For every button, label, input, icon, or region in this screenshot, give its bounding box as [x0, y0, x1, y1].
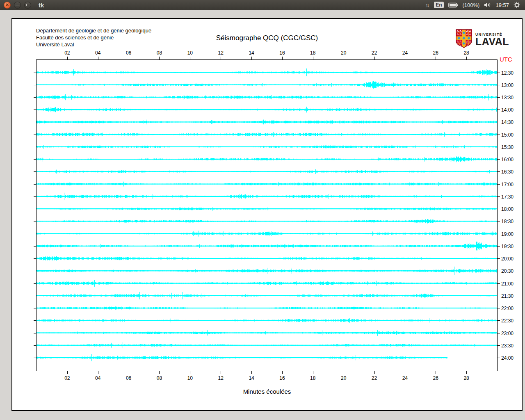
x-axis-title: Minutes écoulées — [12, 388, 522, 395]
x-tick-label-top: 26 — [433, 50, 438, 56]
x-tick-label-bottom: 26 — [433, 375, 438, 381]
network-icon[interactable]: ↑↓ — [425, 2, 429, 8]
y-tick-right — [498, 159, 500, 160]
time-label: 16:30 — [501, 169, 514, 175]
y-tick-right — [498, 333, 500, 333]
x-tick-label-top: 28 — [463, 50, 469, 56]
x-tick-label-bottom: 06 — [126, 375, 131, 381]
x-tick-label-bottom: 22 — [372, 375, 377, 381]
time-label: 17:30 — [501, 194, 514, 200]
battery-icon[interactable] — [448, 2, 458, 8]
laval-logo-laval: LAVAL — [475, 37, 509, 46]
y-tick-left — [34, 85, 36, 85]
y-tick-right — [498, 184, 500, 185]
y-tick-right — [498, 135, 500, 135]
y-tick-right — [498, 345, 500, 346]
x-tick-bottom — [344, 371, 344, 374]
x-tick-top — [374, 57, 375, 59]
x-tick-label-top: 10 — [187, 50, 193, 56]
y-tick-right — [498, 296, 500, 296]
x-tick-top — [159, 57, 160, 59]
y-tick-right — [498, 171, 500, 172]
y-tick-left — [34, 358, 36, 358]
y-tick-right — [498, 358, 500, 358]
x-tick-label-top: 16 — [279, 50, 285, 56]
y-tick-right — [498, 122, 500, 122]
y-tick-left — [34, 110, 36, 110]
y-tick-right — [498, 85, 500, 85]
x-tick-label-top: 14 — [249, 50, 254, 56]
keyboard-layout-indicator[interactable]: En — [434, 2, 443, 8]
y-tick-right — [498, 97, 500, 98]
time-label: 18:00 — [501, 206, 514, 212]
laval-logo: UNIVERSITÉ LAVAL — [455, 29, 509, 50]
y-tick-right — [498, 320, 500, 321]
y-tick-left — [34, 258, 36, 259]
maximize-button[interactable] — [24, 2, 31, 9]
y-tick-right — [498, 308, 500, 308]
x-tick-label-top: 12 — [218, 50, 224, 56]
battery-percentage: (100%) — [463, 2, 480, 8]
x-tick-label-top: 18 — [310, 50, 315, 56]
time-label: 14:30 — [501, 119, 514, 125]
x-tick-label-top: 04 — [95, 50, 100, 56]
volume-icon[interactable] — [484, 2, 491, 8]
x-tick-label-top: 24 — [402, 50, 408, 56]
y-tick-left — [34, 283, 36, 284]
minimize-button[interactable]: — — [14, 2, 21, 9]
y-tick-right — [498, 110, 500, 110]
x-tick-label-bottom: 12 — [218, 375, 224, 381]
y-tick-right — [498, 147, 500, 147]
x-tick-top — [436, 57, 436, 59]
x-tick-bottom — [374, 371, 375, 374]
time-label: 19:00 — [501, 231, 514, 237]
y-tick-left — [34, 73, 36, 73]
time-label: 20:30 — [501, 268, 514, 274]
x-tick-top — [466, 57, 467, 59]
gear-icon[interactable] — [514, 2, 520, 8]
time-label: 19:30 — [501, 244, 514, 249]
y-tick-left — [34, 271, 36, 271]
y-tick-left — [34, 147, 36, 147]
x-tick-bottom — [159, 371, 160, 374]
x-tick-bottom — [129, 371, 129, 374]
y-tick-left — [34, 296, 36, 296]
time-label: 23:30 — [501, 343, 514, 349]
y-tick-left — [34, 97, 36, 98]
y-tick-left — [34, 308, 36, 308]
x-tick-top — [221, 57, 221, 59]
close-button[interactable]: ✕ — [4, 2, 11, 9]
time-label: 13:00 — [501, 82, 514, 88]
y-tick-left — [34, 333, 36, 333]
plot-area: 0202040406060808101012121414161618182020… — [36, 59, 498, 371]
window-title: tk — [39, 2, 44, 9]
y-tick-right — [498, 271, 500, 271]
x-tick-label-top: 02 — [64, 50, 70, 56]
y-tick-left — [34, 184, 36, 185]
time-label: 12:30 — [501, 70, 514, 76]
time-label: 17:00 — [501, 182, 514, 187]
time-label: 23:00 — [501, 331, 514, 336]
y-tick-right — [498, 283, 500, 284]
x-tick-label-top: 06 — [126, 50, 131, 56]
time-label: 21:30 — [501, 293, 514, 299]
time-label: 13:30 — [501, 95, 514, 100]
time-label: 21:00 — [501, 281, 514, 287]
y-tick-right — [498, 221, 500, 221]
y-tick-right — [498, 246, 500, 247]
maximize-icon — [26, 4, 29, 6]
x-tick-label-bottom: 20 — [341, 375, 346, 381]
time-label: 16:00 — [501, 157, 514, 162]
x-tick-label-bottom: 28 — [463, 375, 469, 381]
y-tick-right — [498, 196, 500, 197]
window-buttons: ✕ — — [0, 2, 31, 9]
clock[interactable]: 19:57 — [495, 2, 509, 8]
y-tick-left — [34, 122, 36, 122]
time-label: 14:00 — [501, 107, 514, 113]
chart-title: Séismographe QCQ (CGC/GSC) — [12, 34, 522, 42]
top-panel: ✕ — tk ↑↓ En (100%) 19:57 — [0, 0, 525, 10]
y-tick-left — [34, 171, 36, 172]
y-tick-left — [34, 320, 36, 321]
y-tick-left — [34, 345, 36, 346]
y-tick-left — [34, 196, 36, 197]
